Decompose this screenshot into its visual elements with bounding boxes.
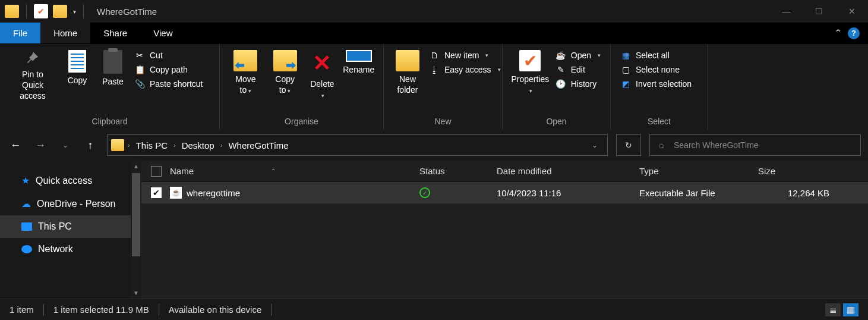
copy-to-button[interactable]: Copy to▾ [266,48,305,98]
move-to-button[interactable]: Move to▾ [226,48,266,98]
breadcrumb-thispc[interactable]: This PC [134,140,170,150]
copy-path-button[interactable]: 📋Copy path [134,64,203,75]
window-title: WhereGotTime [97,7,157,17]
help-icon[interactable]: ? [848,27,860,39]
pc-icon [21,222,32,231]
details-view-button[interactable]: ≣ [825,303,841,316]
group-label-clipboard: Clipboard [0,117,219,130]
refresh-button[interactable]: ↻ [616,134,641,156]
file-date: 10/4/2023 11:16 [497,188,639,198]
app-folder-icon [5,5,19,18]
sidebar-item-network[interactable]: Network [0,238,131,261]
rename-icon [346,50,372,62]
properties-button[interactable]: ✔ Properties▾ [509,48,552,98]
pin-to-quick-access-button[interactable]: Pin to Quick access [6,48,59,104]
folder-icon [273,50,297,71]
breadcrumb-current[interactable]: WhereGotTime [226,140,291,150]
recent-dropdown[interactable]: ⌄ [57,141,74,149]
group-label-select: Select [611,117,708,130]
file-type: Executable Jar File [639,188,758,198]
scissors-icon: ✂ [134,50,145,61]
separator [271,304,272,316]
star-icon: ★ [21,175,30,186]
qat-newfolder-icon[interactable] [53,5,67,18]
qat-customize-icon[interactable]: ▾ [73,8,76,15]
status-available-icon: ✓ [419,187,430,198]
file-row[interactable]: ✔ ☕ wheregottime ✓ 10/4/2023 11:16 Execu… [141,182,868,203]
group-label-organise: Organise [220,117,383,130]
easyaccess-icon: ⭳ [429,64,440,75]
new-item-button[interactable]: 🗋New item▾ [429,50,501,61]
new-folder-button[interactable]: New folder [390,48,425,98]
tab-home[interactable]: Home [40,23,90,43]
group-label-open: Open [503,117,610,130]
main-area: ★Quick access ☁OneDrive - Person This PC… [0,161,868,299]
maximize-button[interactable]: ☐ [803,0,835,23]
edit-button[interactable]: ✎Edit [555,64,601,75]
close-button[interactable]: ✕ [835,0,868,23]
sidebar-item-thispc[interactable]: This PC [0,215,131,238]
column-header-name[interactable]: Name⌃ [170,166,419,176]
address-dropdown-icon[interactable]: ⌄ [592,141,598,149]
column-headers: Name⌃ Status Date modified Type Size [141,161,868,182]
search-box[interactable]: ⌕ Search WhereGotTime [649,134,861,156]
status-item-count: 1 item [10,305,34,315]
newitem-icon: 🗋 [429,50,440,61]
scroll-down-icon[interactable]: ▼ [133,287,139,299]
network-icon [21,245,32,253]
scroll-thumb[interactable] [132,173,140,256]
scroll-up-icon[interactable]: ▲ [133,161,139,172]
cloud-icon: ☁ [21,198,31,209]
chevron-right-icon[interactable]: › [173,142,176,149]
status-selected: 1 item selected 11.9 MB [53,305,149,315]
delete-button[interactable]: ✕ Delete▾ [304,48,340,102]
collapse-ribbon-icon[interactable]: ⌃ [834,27,842,39]
cut-button[interactable]: ✂Cut [134,50,203,61]
up-button[interactable]: ↑ [82,139,99,152]
back-button[interactable]: ← [7,139,24,152]
forward-button[interactable]: → [32,139,49,152]
sidebar-item-quick-access[interactable]: ★Quick access [0,169,131,192]
column-header-date[interactable]: Date modified [497,166,639,176]
invert-selection-button[interactable]: ◩Invert selection [620,79,692,89]
tab-share[interactable]: Share [90,23,140,43]
paste-button[interactable]: Paste [95,48,131,89]
row-checkbox[interactable]: ✔ [151,187,162,198]
select-all-button[interactable]: ▦Select all [620,50,692,61]
open-button[interactable]: ☕Open▾ [555,50,601,61]
chevron-right-icon[interactable]: › [220,142,223,149]
column-header-size[interactable]: Size [758,166,829,176]
copypath-icon: 📋 [134,64,145,75]
column-header-status[interactable]: Status [419,166,497,176]
invert-icon: ◩ [620,79,631,89]
minimize-button[interactable]: — [770,0,803,23]
nav-bar: ← → ⌄ ↑ › This PC › Desktop › WhereGotTi… [0,130,868,161]
delete-x-icon: ✕ [313,50,332,76]
paste-shortcut-button[interactable]: 📎Paste shortcut [134,79,203,89]
qat-properties-icon[interactable]: ✔ [34,4,48,18]
breadcrumb-desktop[interactable]: Desktop [179,140,217,150]
easy-access-button[interactable]: ⭳Easy access▾ [429,64,501,75]
sidebar-item-onedrive[interactable]: ☁OneDrive - Person [0,192,131,215]
folder-icon [396,50,419,71]
tab-view[interactable]: View [140,23,185,43]
select-none-button[interactable]: ▢Select none [620,64,692,75]
jar-file-icon: ☕ [170,187,182,199]
title-bar: ✔ ▾ WhereGotTime — ☐ ✕ [0,0,868,23]
column-header-type[interactable]: Type [639,166,758,176]
rename-button[interactable]: Rename [340,48,377,77]
status-availability: Available on this device [169,305,262,315]
separator [26,4,27,18]
chevron-right-icon[interactable]: › [128,142,130,149]
history-icon: 🕑 [555,79,566,89]
select-all-checkbox[interactable] [151,166,162,177]
scrollbar[interactable]: ▲ ▼ [131,161,141,299]
folder-icon [111,139,124,151]
pin-icon [24,50,41,67]
copy-button[interactable]: Copy [59,48,95,88]
separator [83,4,84,18]
tab-file[interactable]: File [0,23,40,43]
thumbnails-view-button[interactable]: ▦ [843,303,858,316]
history-button[interactable]: 🕑History [555,79,601,89]
address-bar[interactable]: › This PC › Desktop › WhereGotTime ⌄ [107,134,608,156]
